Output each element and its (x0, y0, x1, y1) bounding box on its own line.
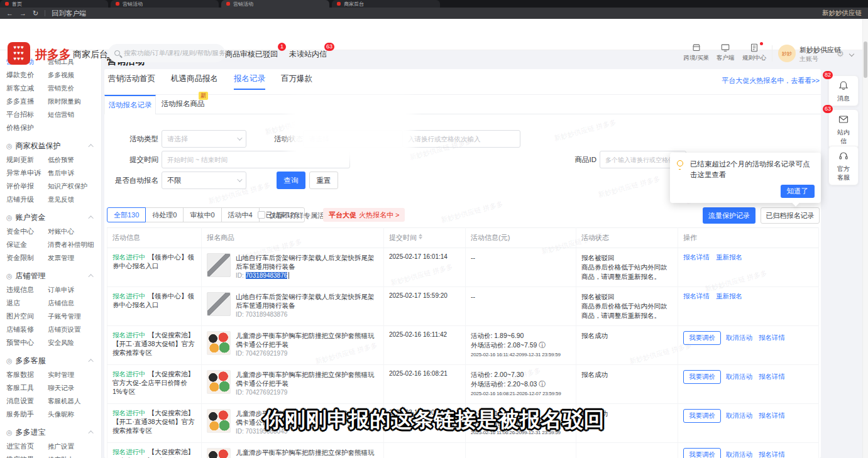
sidebar-item[interactable]: 规则更新 (6, 155, 48, 165)
tab-百万爆款[interactable]: 百万爆款 (281, 74, 312, 90)
product-thumbnail[interactable] (207, 292, 231, 316)
sidebar-item[interactable]: 图片空间 (6, 312, 48, 321)
back-icon[interactable]: ← (6, 9, 13, 17)
sidebar-item[interactable]: 异常单申诉 (6, 168, 48, 178)
query-button[interactable]: 查询 (277, 172, 305, 189)
quick-link-3[interactable]: 规则中心 (740, 43, 768, 62)
action-link[interactable]: 报名详情 (683, 292, 710, 300)
sidebar-item[interactable]: 客服工具 (6, 383, 48, 393)
sidebar-item[interactable]: 推广效果 (6, 455, 48, 458)
page-scrollbar[interactable] (862, 19, 868, 458)
sidebar-group-header[interactable]: ◎账户资金 (6, 210, 101, 225)
sidebar-item[interactable]: 店铺信息 (48, 299, 101, 308)
subtab-activity-records[interactable]: 活动报名记录 (104, 95, 156, 114)
avatar[interactable]: 妙妙 (778, 45, 796, 62)
sidebar-item[interactable]: 营销竞价 (48, 84, 101, 93)
sidebar-item[interactable]: 资金中心 (6, 227, 48, 236)
tab-机遇商品报名[interactable]: 机遇商品报名 (171, 74, 218, 90)
sidebar-item[interactable]: 限时限量购 (48, 97, 101, 106)
browser-tab[interactable]: 商家后台 (332, 0, 440, 8)
sidebar-item[interactable]: 退店 (6, 298, 48, 308)
product-title[interactable]: 儿童滑步平衡车护胸车把防撞把立保护套熊猫玩偶卡通公仔把手装 (236, 370, 378, 388)
sidebar-item[interactable]: 推广助力 (48, 455, 101, 458)
product-title[interactable]: 山地自行车后货架钢行李架载人后支架快拆尾架后车筐通用骑行装备 (236, 292, 378, 310)
sidebar-item[interactable]: 短信营销 (48, 111, 101, 119)
adjust-price-button[interactable]: 我要调价 (683, 448, 721, 458)
action-link[interactable]: 重新报名 (716, 253, 742, 261)
sidebar-item[interactable]: 价格保护 (6, 123, 48, 133)
action-link[interactable]: 取消活动 (726, 373, 752, 380)
sidebar-group-header[interactable]: ◎店铺管理 (6, 268, 101, 283)
reset-button[interactable]: 重置 (309, 172, 338, 189)
sidebar-item[interactable]: 消息设置 (6, 396, 48, 406)
unread-messages-link[interactable]: 未读站内信 (289, 49, 327, 60)
sidebar-item[interactable]: 店铺装修 (6, 325, 48, 334)
product-thumbnail[interactable] (207, 448, 231, 458)
sidebar-item[interactable]: 店铺升级 (6, 195, 48, 204)
action-link[interactable]: 重新报名 (716, 292, 742, 300)
exclusive-activity-checkbox[interactable] (258, 211, 265, 219)
dock-站内信[interactable]: 站内信63 (828, 109, 859, 149)
sidebar-item[interactable]: 订单申诉 (48, 286, 101, 295)
auto-signup-select[interactable]: 不限 (162, 172, 246, 189)
action-link[interactable]: 取消活动 (726, 412, 752, 419)
collapse-chevron-icon[interactable] (88, 430, 93, 435)
forward-icon[interactable]: → (19, 9, 26, 17)
sidebar-item[interactable]: 多多直播 (6, 97, 48, 106)
bookmark-client-link[interactable]: 回到客户端 (52, 9, 86, 18)
keyword-input[interactable] (402, 130, 520, 148)
product-thumbnail[interactable] (207, 331, 231, 355)
filter-chip[interactable]: 活动中4 (221, 207, 260, 222)
pinduoduo-logo-icon[interactable]: ♥♥♥♥♥♥♥♥♥ (8, 42, 30, 65)
sidebar-item[interactable]: 平台招标 (6, 110, 48, 119)
filter-chip[interactable]: 待处理0 (145, 207, 184, 222)
dock-官方客服[interactable]: 官方客服 (828, 146, 859, 185)
sort-icon[interactable] (419, 234, 422, 239)
adjust-price-button[interactable]: 我要调价 (683, 409, 721, 423)
sidebar-item[interactable]: 新客立减 (6, 84, 48, 93)
filter-chip[interactable]: 全部130 (107, 207, 146, 222)
quick-link-2[interactable]: 客户端 (711, 43, 739, 62)
sidebar-item[interactable]: 保证金 (6, 240, 48, 249)
sidebar-item[interactable]: 实时管理 (48, 371, 101, 379)
sidebar-item[interactable]: 资金限制 (6, 253, 48, 263)
chevron-down-icon[interactable] (849, 52, 854, 57)
sidebar-item[interactable]: 客服机器人 (48, 397, 101, 406)
action-link[interactable]: 取消活动 (726, 334, 752, 341)
sidebar-item[interactable]: 知识产权保护 (48, 182, 101, 191)
sidebar-item[interactable]: 售后申诉 (48, 169, 101, 178)
filter-chip[interactable]: 审核中0 (183, 207, 221, 222)
review-rejected-link[interactable]: 商品审核已驳回 (225, 49, 278, 60)
tab-报名记录[interactable]: 报名记录 (234, 74, 265, 90)
action-link[interactable]: 报名详情 (759, 373, 785, 380)
product-thumbnail[interactable] (207, 409, 231, 433)
promo-hot-tag[interactable]: 平台大促火热报名中 > (323, 208, 405, 222)
sidebar-item[interactable]: 聊天记录 (48, 384, 101, 393)
action-link[interactable]: 报名详情 (759, 450, 785, 458)
tab-营销活动首页[interactable]: 营销活动首页 (108, 74, 155, 90)
sidebar-item[interactable]: 推广设置 (48, 442, 101, 451)
dock-消息[interactable]: 消息82 (828, 75, 859, 106)
sidebar-item[interactable]: 评价举报 (6, 182, 48, 191)
flow-protection-records-button[interactable]: 流量保护记录 (703, 207, 755, 224)
gear-icon[interactable]: ⚙ (837, 49, 844, 58)
product-thumbnail[interactable] (207, 370, 231, 394)
sidebar-item[interactable]: 多多视频 (48, 71, 101, 80)
sidebar-item[interactable]: 子账号管理 (48, 312, 101, 321)
browser-tab[interactable]: 营销活动 (111, 0, 219, 8)
sidebar-group-header[interactable]: ◎商家权益保护 (6, 138, 101, 153)
reload-icon[interactable]: ↻ (33, 9, 38, 18)
adjust-price-button[interactable]: 我要调价 (683, 331, 721, 345)
browser-profile-label[interactable]: 新妙妙供应链 (822, 9, 862, 18)
sidebar-item[interactable]: 头像昵称 (48, 410, 101, 419)
promo-hot-signup-link[interactable]: 平台大促火热报名中，去看看>> (722, 76, 820, 85)
collapse-chevron-icon[interactable] (88, 144, 93, 149)
sidebar-item[interactable]: 意见反馈 (48, 195, 101, 204)
sidebar-item[interactable]: 发票管理 (48, 254, 101, 263)
sidebar-item[interactable]: 爆款竞价 (6, 70, 48, 80)
collapse-chevron-icon[interactable] (88, 359, 93, 364)
action-link[interactable]: 报名详情 (683, 253, 710, 261)
adjust-price-button[interactable]: 我要调价 (683, 370, 721, 384)
got-it-button[interactable]: 知道了 (781, 185, 815, 198)
sidebar-item[interactable]: 消费者补偿明细 (48, 241, 101, 249)
